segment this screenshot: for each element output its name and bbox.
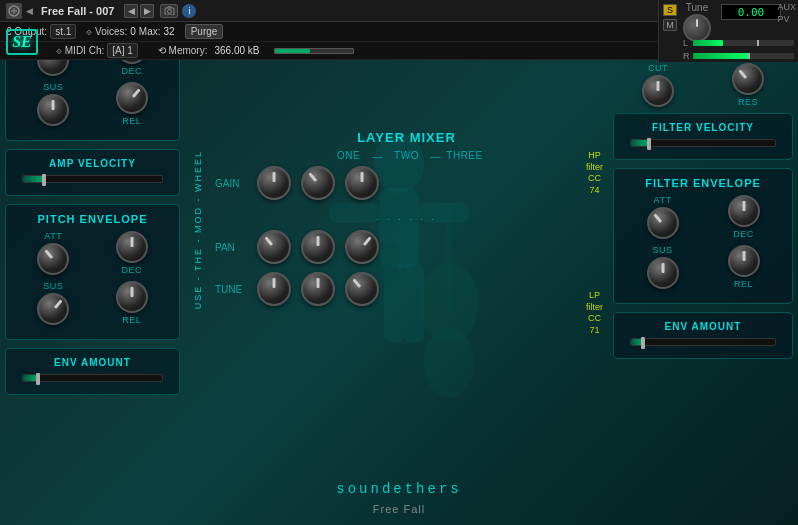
env-amount-slider[interactable]	[22, 374, 163, 382]
filter-rel-label: REL	[734, 279, 753, 289]
dash2: —	[431, 151, 441, 162]
prev-button[interactable]: ◀	[124, 4, 138, 18]
pitch-knob-row-1: ATT DEC	[14, 231, 171, 275]
purge-button[interactable]: Purge	[185, 24, 224, 39]
l-level-thumb	[757, 40, 759, 46]
pitch-rel-knob[interactable]	[116, 281, 148, 313]
mod-wheel-text: USE - THE - MOD - WHEEL	[193, 150, 203, 309]
pan-knob-3[interactable]	[345, 230, 379, 264]
amp-velocity-section: Amp Velocity	[5, 149, 180, 196]
env-amount-thumb	[36, 373, 40, 385]
pan-label: PAN	[215, 242, 257, 253]
right-filter-panel: Filter High Pass ▼ CUT RES Filter Veloci…	[613, 5, 793, 520]
preset-name: Free Fall - 007	[41, 5, 114, 17]
pitch-dec-knob[interactable]	[116, 231, 148, 263]
pitch-sus-knob[interactable]	[37, 293, 69, 325]
filter-envelope-title: Filter Envelope	[622, 177, 784, 189]
pitch-sus-group: SUS	[37, 281, 69, 325]
info-button[interactable]: i	[182, 4, 196, 18]
amp-knob-row-2: SUS REL	[14, 82, 171, 126]
gain-knob-2[interactable]	[301, 166, 335, 200]
filter-env-amount-slider-container	[630, 338, 776, 346]
pan-row: PAN	[215, 230, 598, 264]
pv-label: PV	[777, 14, 796, 24]
midi-dropdown[interactable]: [A] 1	[107, 43, 138, 58]
memory-fill	[275, 49, 310, 53]
filter-dec-knob[interactable]	[728, 195, 760, 227]
midi-label: ⟐ MIDI Ch:	[56, 45, 104, 56]
max-value: 32	[164, 26, 175, 37]
tune-knob-1[interactable]	[257, 272, 291, 306]
amp-sus-knob[interactable]	[37, 94, 69, 126]
pitch-knob-row-2: SUS REL	[14, 281, 171, 325]
filter-env-amount-section: Env Amount	[613, 312, 793, 359]
filter-velocity-slider[interactable]	[630, 139, 776, 147]
gain-knob-3[interactable]	[345, 166, 379, 200]
filter-velocity-section: Filter Velocity	[613, 113, 793, 160]
left-panel: Amp Envelope ATT DEC SUS REL	[5, 5, 180, 520]
dropdown-arrow-left[interactable]: ◀	[26, 6, 33, 16]
tune-knob-3[interactable]	[345, 272, 379, 306]
filter-velocity-fill	[631, 140, 648, 146]
pitch-att-group: ATT	[37, 231, 69, 275]
amp-velocity-slider[interactable]	[22, 175, 163, 183]
amp-velocity-fill	[23, 176, 44, 182]
pan-knob-1[interactable]	[257, 230, 291, 264]
r-level-fill	[693, 53, 749, 59]
env-amount-title: Env Amount	[14, 357, 171, 368]
mixer-headers: ONE — TWO — THREE	[215, 149, 598, 162]
filter-env-amount-title: Env Amount	[622, 321, 784, 332]
layer-mixer-title: Layer Mixer	[215, 130, 598, 145]
filter-velocity-slider-container	[630, 139, 776, 147]
filter-att-group: ATT	[647, 195, 679, 239]
pan-knob-2[interactable]	[301, 230, 335, 264]
pitch-att-knob[interactable]	[37, 243, 69, 275]
s-button[interactable]: S	[663, 4, 677, 16]
env-amount-slider-container	[22, 374, 163, 382]
filter-rel-knob[interactable]	[728, 245, 760, 277]
gain-label: GAIN	[215, 178, 257, 189]
filter-env-knob-row-1: ATT DEC	[622, 195, 784, 239]
voices-item: ⟐ Voices: 0 Max: 32	[86, 26, 174, 37]
r-level-track[interactable]	[693, 53, 794, 59]
preset-dropdown[interactable]: ◀	[26, 6, 33, 16]
cut-res-row: CUT RES	[613, 63, 793, 107]
soundethers-label: soundethers	[336, 481, 461, 497]
pitch-envelope-section: Pitch Envelope ATT DEC SUS REL	[5, 204, 180, 340]
pitch-rel-group: REL	[116, 281, 148, 325]
free-fall-bottom-label: Free Fall	[373, 503, 425, 515]
tune-display: 0.00	[721, 4, 781, 20]
filter-sus-knob[interactable]	[647, 257, 679, 289]
env-amount-fill	[23, 375, 37, 381]
res-label: RES	[738, 97, 758, 107]
save-button[interactable]	[160, 4, 178, 18]
filter-att-knob[interactable]	[647, 207, 679, 239]
lp-filter-cc-text: LP filter CC 71	[586, 290, 603, 337]
res-group: RES	[732, 63, 764, 107]
tune-knob-2[interactable]	[301, 272, 335, 306]
res-knob[interactable]	[732, 63, 764, 95]
next-button[interactable]: ▶	[140, 4, 154, 18]
cut-label: CUT	[648, 63, 668, 73]
tune-row: TUNE	[215, 272, 598, 306]
amp-rel-knob[interactable]	[116, 82, 148, 114]
filter-velocity-title: Filter Velocity	[622, 122, 784, 133]
col3-label: THREE	[443, 150, 487, 161]
gain-knobs	[257, 166, 379, 200]
instrument-icon	[6, 3, 22, 19]
output-dropdown[interactable]: st.1	[50, 24, 76, 39]
filter-rel-group: REL	[728, 245, 760, 289]
pitch-att-label: ATT	[44, 231, 62, 241]
r-level-thumb	[748, 53, 750, 59]
l-label: L	[683, 38, 691, 48]
amp-rel-group: REL	[116, 82, 148, 126]
l-level-track[interactable]	[693, 40, 794, 46]
filter-att-label: ATT	[654, 195, 672, 205]
filter-sus-group: SUS	[647, 245, 679, 289]
cut-knob[interactable]	[642, 75, 674, 107]
m-button[interactable]: M	[663, 19, 677, 31]
gain-knob-1[interactable]	[257, 166, 291, 200]
se-logo: SE	[2, 24, 42, 60]
amp-dec-label: DEC	[121, 66, 142, 76]
filter-env-amount-slider[interactable]	[630, 338, 776, 346]
